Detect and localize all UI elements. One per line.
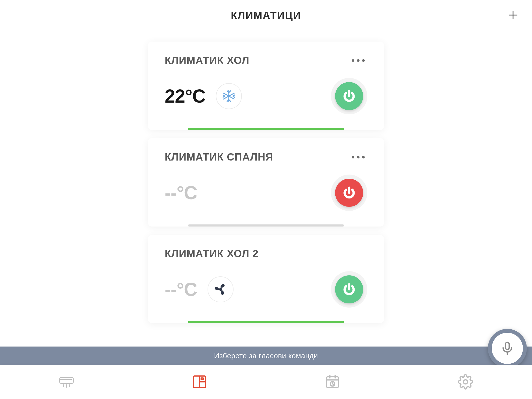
dot-icon <box>352 59 354 62</box>
power-icon <box>342 283 356 296</box>
mode-badge[interactable] <box>208 276 234 302</box>
power-button[interactable] <box>335 179 363 207</box>
power-icon <box>342 186 356 200</box>
progress-track <box>188 224 344 227</box>
progress-fill <box>188 128 344 130</box>
device-reading: 22°C <box>165 83 242 109</box>
power-wrap <box>331 271 367 308</box>
power-icon <box>342 89 356 103</box>
voice-mic-inner <box>492 333 523 364</box>
svg-rect-16 <box>201 378 203 380</box>
gear-icon <box>458 374 473 390</box>
page-title: КЛИМАТИЦИ <box>231 10 301 21</box>
voice-mic-button[interactable] <box>488 329 527 368</box>
temperature-value: 22°C <box>165 85 205 107</box>
header-bar: КЛИМАТИЦИ <box>0 0 532 31</box>
more-button[interactable] <box>349 57 367 64</box>
calendar-clock-icon <box>325 374 340 390</box>
nav-rooms[interactable] <box>181 371 218 393</box>
device-name: КЛИМАТИК СПАЛНЯ <box>165 151 273 163</box>
device-name: КЛИМАТИК ХОЛ <box>165 55 249 66</box>
temperature-value: --°C <box>165 279 197 300</box>
device-reading: --°C <box>165 182 197 203</box>
svg-point-22 <box>463 380 468 384</box>
svg-rect-8 <box>60 377 74 383</box>
microphone-icon <box>500 341 515 356</box>
bottom-nav <box>0 365 532 399</box>
device-list[interactable]: КЛИМАТИК ХОЛ 22°C <box>0 31 532 347</box>
power-wrap <box>331 78 367 114</box>
temperature-value: --°C <box>165 182 197 203</box>
power-button[interactable] <box>335 82 363 110</box>
progress-track <box>188 128 344 130</box>
nav-ac-unit[interactable] <box>48 371 85 393</box>
power-wrap <box>331 175 367 211</box>
device-reading: --°C <box>165 276 234 302</box>
dot-icon <box>357 156 360 158</box>
device-card[interactable]: КЛИМАТИК СПАЛНЯ --°C <box>148 138 384 227</box>
power-button[interactable] <box>335 275 363 303</box>
progress-fill <box>188 321 344 323</box>
device-name: КЛИМАТИК ХОЛ 2 <box>165 248 258 260</box>
voice-command-bar[interactable]: Изберете за гласови команди <box>0 347 532 365</box>
device-card[interactable]: КЛИМАТИК ХОЛ 22°C <box>148 42 384 130</box>
dot-icon <box>357 59 360 62</box>
snowflake-icon <box>222 89 236 103</box>
dot-icon <box>352 156 354 158</box>
voice-command-label: Изберете за гласови команди <box>214 352 318 360</box>
ac-unit-icon <box>59 374 74 390</box>
plus-icon <box>507 9 519 21</box>
nav-schedule[interactable] <box>314 371 351 393</box>
svg-rect-6 <box>506 342 509 350</box>
more-button[interactable] <box>349 153 367 161</box>
dot-icon <box>362 156 365 158</box>
dot-icon <box>362 59 365 62</box>
device-card[interactable]: КЛИМАТИК ХОЛ 2 --°C <box>148 235 384 323</box>
mode-badge[interactable] <box>216 83 242 109</box>
fan-icon <box>213 282 228 297</box>
progress-track <box>188 321 344 323</box>
add-button[interactable] <box>507 9 519 22</box>
nav-settings[interactable] <box>447 371 484 393</box>
rooms-icon <box>192 374 207 390</box>
